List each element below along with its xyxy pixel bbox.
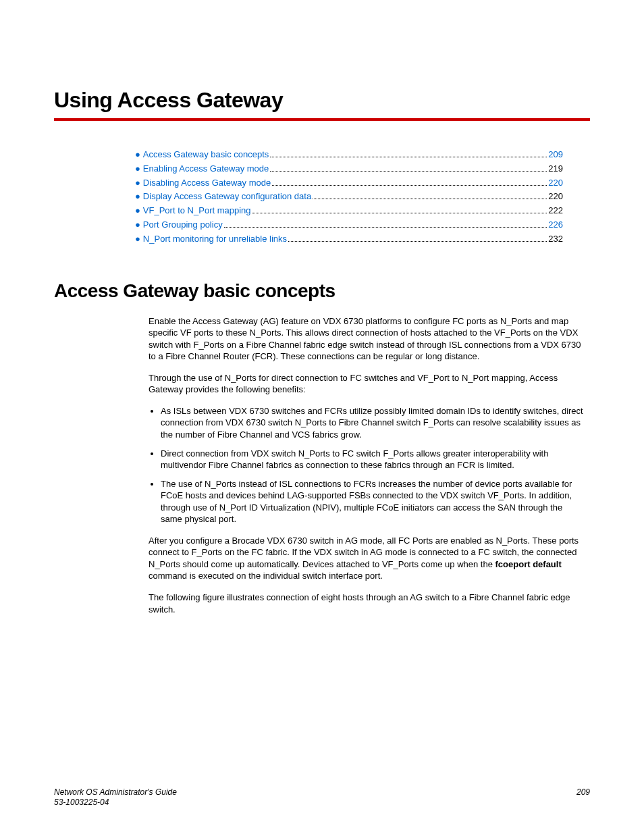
chapter-toc: ●Access Gateway basic concepts209●Enabli…: [135, 148, 563, 246]
footer-doc-title: Network OS Administrator's Guide: [54, 787, 177, 798]
toc-page-number[interactable]: 209: [548, 148, 563, 162]
toc-row: ●VF_Port to N_Port mapping222: [135, 204, 563, 218]
benefit-list: As ISLs between VDX 6730 switches and FC…: [149, 405, 583, 525]
list-item: Direct connection from VDX switch N_Port…: [161, 448, 583, 471]
toc-page-number[interactable]: 232: [548, 232, 563, 246]
toc-leader-dots: [270, 171, 547, 172]
toc-link[interactable]: Access Gateway basic concepts: [143, 148, 269, 162]
toc-bullet-icon: ●: [135, 204, 140, 218]
section-title: Access Gateway basic concepts: [54, 280, 590, 302]
list-item: The use of N_Ports instead of ISL connec…: [161, 478, 583, 525]
chapter-title: Using Access Gateway: [54, 88, 590, 113]
toc-link[interactable]: N_Port monitoring for unreliable links: [143, 232, 287, 246]
footer-doc-number: 53-1003225-04: [54, 798, 177, 808]
toc-row: ●Display Access Gateway configuration da…: [135, 190, 563, 204]
toc-page-number[interactable]: 222: [548, 204, 563, 218]
toc-row: ●Enabling Access Gateway mode219: [135, 162, 563, 176]
toc-link[interactable]: Enabling Access Gateway mode: [143, 162, 269, 176]
paragraph: Enable the Access Gateway (AG) feature o…: [149, 315, 583, 363]
toc-page-number[interactable]: 220: [548, 190, 563, 204]
toc-row: ●Disabling Access Gateway mode220: [135, 176, 563, 190]
toc-leader-dots: [288, 241, 547, 242]
toc-leader-dots: [270, 157, 547, 157]
toc-link[interactable]: Port Grouping policy: [143, 218, 223, 232]
paragraph: The following figure illustrates connect…: [149, 592, 583, 615]
toc-page-number[interactable]: 226: [548, 218, 563, 232]
toc-row: ●Access Gateway basic concepts209: [135, 148, 563, 162]
toc-bullet-icon: ●: [135, 176, 140, 190]
toc-link[interactable]: VF_Port to N_Port mapping: [143, 204, 251, 218]
paragraph: Through the use of N_Ports for direct co…: [149, 372, 583, 396]
toc-leader-dots: [272, 185, 547, 186]
chapter-rule: [54, 118, 590, 121]
toc-page-number[interactable]: 219: [548, 162, 563, 176]
toc-bullet-icon: ●: [135, 218, 140, 232]
page-footer: Network OS Administrator's Guide 53-1003…: [54, 787, 590, 808]
text: command is executed on the individual sw…: [149, 571, 383, 581]
section-body: Enable the Access Gateway (AG) feature o…: [149, 315, 583, 615]
toc-link[interactable]: Disabling Access Gateway mode: [143, 176, 271, 190]
toc-bullet-icon: ●: [135, 162, 140, 176]
footer-page-number: 209: [576, 787, 590, 808]
toc-leader-dots: [313, 199, 547, 199]
toc-page-number[interactable]: 220: [548, 176, 563, 190]
command-name: fcoeport default: [495, 559, 562, 569]
toc-bullet-icon: ●: [135, 232, 140, 246]
toc-leader-dots: [224, 227, 547, 228]
toc-bullet-icon: ●: [135, 148, 140, 162]
list-item: As ISLs between VDX 6730 switches and FC…: [161, 405, 583, 441]
toc-link[interactable]: Display Access Gateway configuration dat…: [143, 190, 311, 204]
toc-row: ●Port Grouping policy226: [135, 218, 563, 232]
toc-row: ●N_Port monitoring for unreliable links2…: [135, 232, 563, 246]
toc-leader-dots: [252, 213, 547, 213]
paragraph: After you configure a Brocade VDX 6730 s…: [149, 535, 583, 582]
toc-bullet-icon: ●: [135, 190, 140, 204]
